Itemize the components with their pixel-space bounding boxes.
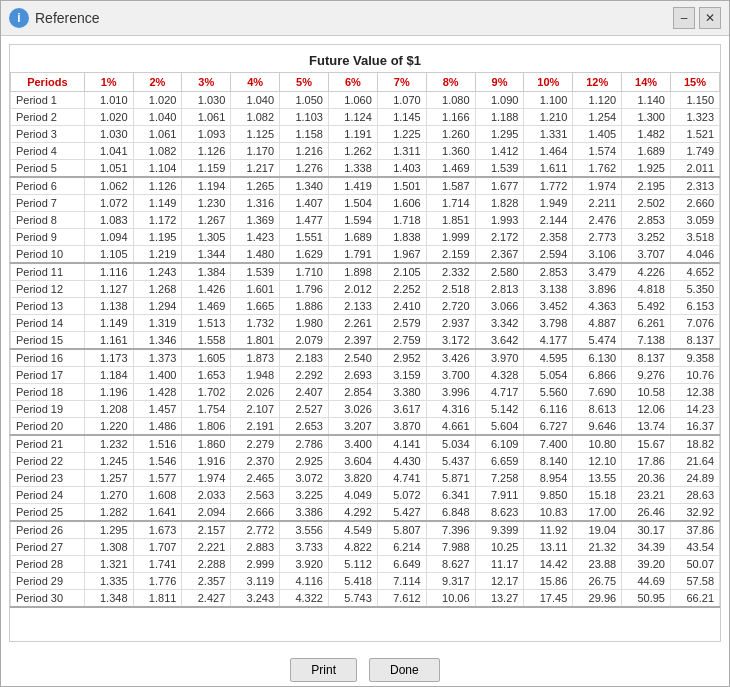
table-cell: 1.606: [377, 195, 426, 212]
period-label: Period 26: [11, 521, 85, 539]
table-cell: 13.55: [573, 470, 622, 487]
table-cell: 1.232: [84, 435, 133, 453]
table-cell: 1.300: [622, 109, 671, 126]
table-cell: 1.791: [328, 246, 377, 264]
table-cell: 6.866: [573, 367, 622, 384]
table-cell: 1.127: [84, 281, 133, 298]
table-cell: 4.818: [622, 281, 671, 298]
table-cell: 4.887: [573, 315, 622, 332]
table-cell: 3.400: [328, 435, 377, 453]
table-cell: 2.288: [182, 556, 231, 573]
table-cell: 8.613: [573, 401, 622, 418]
table-cell: 8.954: [524, 470, 573, 487]
table-cell: 4.595: [524, 349, 573, 367]
table-cell: 4.141: [377, 435, 426, 453]
table-cell: 1.100: [524, 92, 573, 109]
table-cell: 1.041: [84, 143, 133, 160]
table-cell: 1.405: [573, 126, 622, 143]
table-cell: 1.010: [84, 92, 133, 109]
done-button[interactable]: Done: [369, 658, 440, 682]
table-cell: 2.660: [670, 195, 719, 212]
table-cell: 4.822: [328, 539, 377, 556]
table-cell: 1.516: [133, 435, 182, 453]
close-button[interactable]: ✕: [699, 7, 721, 29]
table-cell: 1.340: [280, 177, 329, 195]
table-cell: 8.140: [524, 453, 573, 470]
table-cell: 2.952: [377, 349, 426, 367]
table-cell: 1.403: [377, 160, 426, 178]
table-cell: 1.689: [622, 143, 671, 160]
table-cell: 1.412: [475, 143, 524, 160]
table-cell: 1.166: [426, 109, 475, 126]
table-cell: 7.690: [573, 384, 622, 401]
table-cell: 1.082: [133, 143, 182, 160]
table-cell: 2.502: [622, 195, 671, 212]
table-row: Period 161.1731.3731.6051.8732.1832.5402…: [11, 349, 720, 367]
table-cell: 1.124: [328, 109, 377, 126]
table-cell: 1.150: [670, 92, 719, 109]
table-cell: 1.641: [133, 504, 182, 522]
table-cell: 3.426: [426, 349, 475, 367]
table-row: Period 51.0511.1041.1591.2171.2761.3381.…: [11, 160, 720, 178]
period-label: Period 24: [11, 487, 85, 504]
table-cell: 26.75: [573, 573, 622, 590]
title-bar-left: i Reference: [9, 8, 100, 28]
minimize-button[interactable]: –: [673, 7, 695, 29]
table-cell: 2.221: [182, 539, 231, 556]
column-header: 15%: [670, 73, 719, 92]
table-cell: 1.469: [182, 298, 231, 315]
table-cell: 3.059: [670, 212, 719, 229]
table-cell: 1.220: [84, 418, 133, 436]
column-header: 8%: [426, 73, 475, 92]
period-label: Period 12: [11, 281, 85, 298]
table-cell: 2.594: [524, 246, 573, 264]
period-label: Period 11: [11, 263, 85, 281]
table-cell: 1.457: [133, 401, 182, 418]
print-button[interactable]: Print: [290, 658, 357, 682]
period-label: Period 13: [11, 298, 85, 315]
table-cell: 1.094: [84, 229, 133, 246]
table-cell: 1.267: [182, 212, 231, 229]
table-cell: 2.313: [670, 177, 719, 195]
table-row: Period 71.0721.1491.2301.3161.4071.5041.…: [11, 195, 720, 212]
table-cell: 1.161: [84, 332, 133, 350]
table-cell: 2.925: [280, 453, 329, 470]
table-cell: 3.642: [475, 332, 524, 350]
table-cell: 3.798: [524, 315, 573, 332]
table-cell: 1.194: [182, 177, 231, 195]
table-cell: 6.116: [524, 401, 573, 418]
period-label: Period 27: [11, 539, 85, 556]
table-cell: 10.76: [670, 367, 719, 384]
period-label: Period 5: [11, 160, 85, 178]
table-row: Period 261.2951.6732.1572.7723.5564.5495…: [11, 521, 720, 539]
table-cell: 37.86: [670, 521, 719, 539]
table-cell: 12.17: [475, 573, 524, 590]
table-cell: 3.870: [377, 418, 426, 436]
table-cell: 12.10: [573, 453, 622, 470]
table-cell: 57.58: [670, 573, 719, 590]
table-cell: 2.853: [622, 212, 671, 229]
table-cell: 3.700: [426, 367, 475, 384]
table-cell: 7.258: [475, 470, 524, 487]
table-cell: 10.83: [524, 504, 573, 522]
table-cell: 1.762: [573, 160, 622, 178]
table-cell: 2.191: [231, 418, 280, 436]
table-cell: 2.292: [280, 367, 329, 384]
table-cell: 1.776: [133, 573, 182, 590]
table-cell: 2.172: [475, 229, 524, 246]
period-label: Period 8: [11, 212, 85, 229]
table-cell: 4.717: [475, 384, 524, 401]
table-cell: 1.948: [231, 367, 280, 384]
table-cell: 2.094: [182, 504, 231, 522]
table-cell: 1.321: [84, 556, 133, 573]
table-cell: 3.119: [231, 573, 280, 590]
table-cell: 6.130: [573, 349, 622, 367]
table-cell: 4.116: [280, 573, 329, 590]
title-bar: i Reference – ✕: [1, 1, 729, 36]
table-cell: 1.469: [426, 160, 475, 178]
table-cell: 3.380: [377, 384, 426, 401]
table-cell: 2.195: [622, 177, 671, 195]
table-cell: 2.159: [426, 246, 475, 264]
table-cell: 1.860: [182, 435, 231, 453]
table-container[interactable]: Future Value of $1 Periods1%2%3%4%5%6%7%…: [9, 44, 721, 642]
